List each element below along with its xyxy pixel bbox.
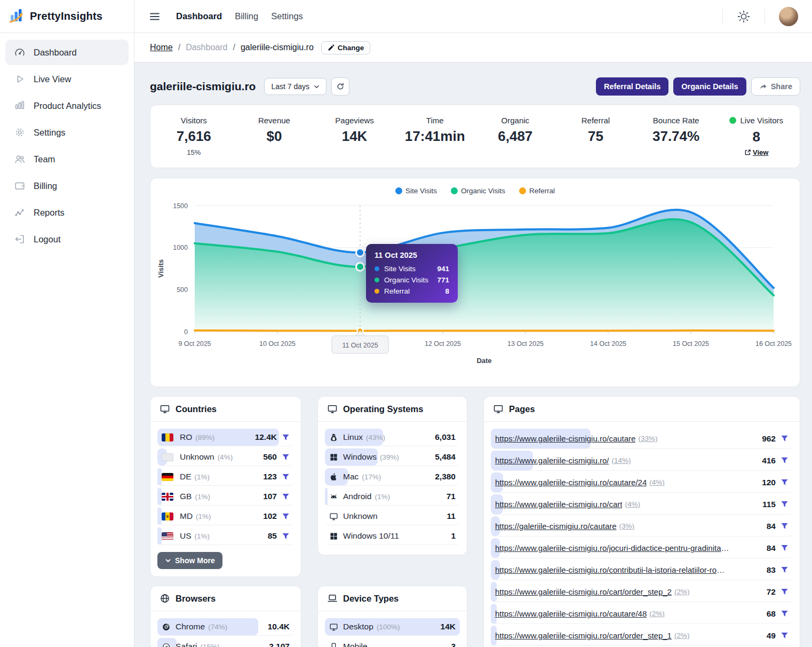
top-nav-dashboard[interactable]: Dashboard [176, 11, 222, 21]
page-url-link[interactable]: https://www.galeriile-cismigiu.ro/cart/o… [495, 631, 672, 640]
page-row: https://www.galeriile-cismigiu.ro/(14%)4… [491, 451, 793, 471]
flag-de-icon [162, 473, 173, 481]
pages-card: Pageshttps://www.galeriile-cismigiu.ro/c… [483, 396, 800, 647]
legend-site-visits[interactable]: Site Visits [395, 187, 437, 195]
legend-referral[interactable]: Referral [519, 187, 555, 195]
breadcrumb-separator: / [233, 43, 235, 52]
logout-icon [14, 233, 26, 245]
filter-funnel-icon[interactable] [781, 435, 789, 443]
chrome-icon [162, 622, 171, 632]
row-label: Android [343, 492, 371, 501]
filter-funnel-icon[interactable] [781, 610, 789, 618]
metric-row: Windows 10/111 [325, 527, 460, 545]
filter-funnel-icon[interactable] [282, 493, 290, 501]
live-visitors-view-link[interactable]: View [744, 148, 768, 156]
traffic-area-chart-svg: 050010001500Visits9 Oct 202510 Oct 20251… [155, 198, 793, 366]
sidebar-item-label: Dashboard [34, 48, 77, 58]
share-arrow-icon [759, 83, 767, 91]
legend-organic-visits[interactable]: Organic Visits [451, 187, 505, 195]
filter-funnel-icon[interactable] [781, 522, 789, 530]
user-avatar[interactable] [779, 7, 798, 26]
breadcrumb-home-link[interactable]: Home [150, 43, 173, 52]
page-row: https://www.galeriile-cismigiu.ro/cautar… [491, 429, 793, 449]
metric-row: Mobile3 [325, 638, 460, 647]
row-value: 83 [767, 565, 776, 575]
stat-label: Pageviews [335, 116, 374, 125]
external-link-icon [744, 149, 751, 156]
top-nav-billing[interactable]: Billing [235, 11, 258, 21]
change-button-label: Change [338, 44, 364, 52]
filter-funnel-icon[interactable] [282, 512, 290, 520]
svg-text:16 Oct 2025: 16 Oct 2025 [755, 340, 792, 348]
sidebar-item-product-analytics[interactable]: Product Analytics [5, 93, 129, 119]
page-url-link[interactable]: https://www.galeriile-cismigiu.ro/ [495, 456, 609, 465]
refresh-button[interactable] [331, 77, 349, 96]
filter-funnel-icon[interactable] [781, 566, 789, 574]
change-site-button[interactable]: Change [321, 41, 371, 54]
sidebar-item-live-view[interactable]: Live View [5, 66, 129, 92]
sidebar-item-logout[interactable]: Logout [5, 226, 129, 252]
chart-area[interactable]: 050010001500Visits9 Oct 202510 Oct 20251… [155, 198, 795, 368]
sidebar-item-reports[interactable]: Reports [5, 200, 129, 225]
page-url-link[interactable]: https://www.galeriile-cismigiu.ro/contri… [495, 565, 730, 574]
row-value: 72 [767, 587, 776, 597]
row-value: 11 [447, 511, 456, 521]
row-percent: (4%) [649, 478, 665, 486]
page-url-link[interactable]: https://www.galeriile-cismigiu.ro/cautar… [495, 434, 635, 443]
title-actions: Referral Details Organic Details Share [596, 77, 800, 96]
sidebar-item-dashboard[interactable]: Dashboard [5, 40, 129, 65]
page-url-link[interactable]: https://galeriile-cismigiu.ro/cautare [495, 522, 617, 531]
traffic-area-chart[interactable]: 050010001500Visits9 Oct 202510 Oct 20251… [155, 198, 795, 368]
sidebar-item-settings[interactable]: Settings [5, 120, 129, 145]
filter-funnel-icon[interactable] [781, 632, 789, 640]
row-label: RO [180, 432, 192, 442]
gear-icon [14, 127, 26, 138]
page-url-link[interactable]: https://www.galeriile-cismigiu.ro/cautar… [495, 609, 647, 618]
filter-funnel-icon[interactable] [781, 478, 789, 486]
page-url-link[interactable]: https://www.galeriile-cismigiu.ro/cautar… [495, 478, 647, 487]
row-value: 3 [451, 642, 456, 647]
date-range-select[interactable]: Last 7 days [264, 78, 327, 95]
row-percent: (4%) [625, 500, 640, 508]
filter-funnel-icon[interactable] [781, 500, 789, 508]
share-button-label: Share [771, 82, 792, 91]
svg-text:Visits: Visits [157, 259, 165, 278]
page-url-link[interactable]: https://www.galeriile-cismigiu.ro/cart/o… [495, 587, 672, 596]
page-url-link[interactable]: https://www.galeriile-cismigiu.ro/cart [495, 500, 622, 509]
stat-organic: Organic6,487 [475, 116, 556, 158]
metric-row: Android(1%)71 [325, 488, 460, 506]
sidebar-item-team[interactable]: Team [5, 146, 129, 172]
sidebar-item-billing[interactable]: Billing [5, 173, 129, 199]
desktop-icon [329, 622, 338, 632]
stat-label: Bounce Rate [653, 116, 699, 125]
page-url-link[interactable]: https://www.galeriile-cismigiu.ro/jocuri… [495, 543, 730, 553]
filter-funnel-icon[interactable] [781, 544, 789, 552]
referral-details-button[interactable]: Referral Details [596, 77, 668, 96]
row-value: 123 [263, 472, 277, 482]
page-row: https://www.galeriile-cismigiu.ro/contri… [491, 560, 793, 580]
filter-funnel-icon[interactable] [781, 588, 789, 596]
share-button[interactable]: Share [751, 77, 800, 96]
organic-details-button[interactable]: Organic Details [673, 77, 746, 96]
hamburger-menu-icon[interactable] [148, 10, 161, 23]
top-nav-settings[interactable]: Settings [271, 11, 303, 21]
stat-live-visitors: Live Visitors8View [716, 116, 797, 158]
legend-dot [451, 187, 458, 194]
filter-funnel-icon[interactable] [781, 456, 789, 464]
theme-toggle-sun-icon[interactable] [737, 10, 751, 23]
filter-funnel-icon[interactable] [282, 532, 290, 540]
page-title: galeriile-cismigiu.ro [150, 80, 256, 93]
filter-funnel-icon[interactable] [282, 473, 290, 481]
monitor-icon [160, 404, 170, 414]
globe-icon [160, 593, 170, 604]
metric-row: Unknown(4%)560 [157, 448, 294, 466]
show-more-button[interactable]: Show More [157, 552, 222, 569]
filter-funnel-icon[interactable] [282, 433, 290, 441]
metric-row: MD(1%)102 [157, 508, 294, 525]
chart-legend: Site VisitsOrganic VisitsReferral [155, 187, 795, 195]
row-value: 120 [762, 478, 776, 487]
filter-funnel-icon[interactable] [282, 453, 290, 461]
divider [765, 9, 765, 25]
stat-time: Time17:41min [395, 116, 475, 158]
browsers-card: BrowsersChrome(74%)10.4KSafari(15%)2,107 [150, 586, 301, 647]
